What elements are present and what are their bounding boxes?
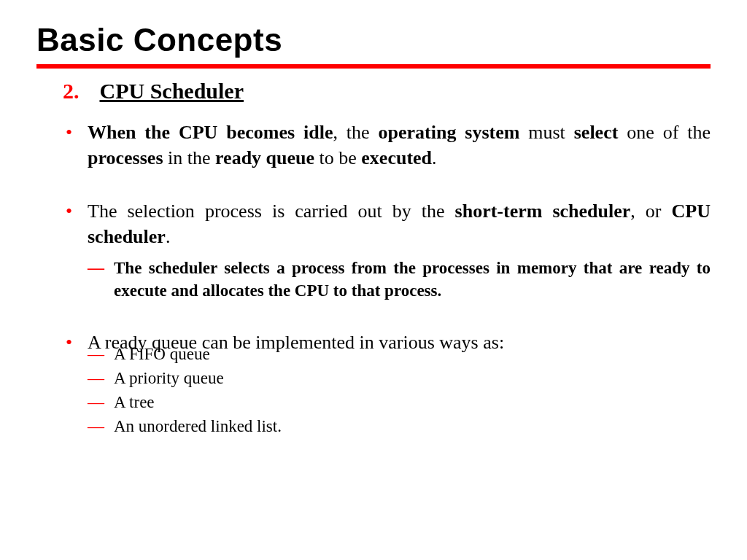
bullet-item-2: The selection process is carried out by … [63,198,711,249]
sub-list-2: A FIFO queue A priority queue A tree An … [88,343,711,438]
sub-item-priority: A priority queue [88,367,711,389]
bullet-item-1: When the CPU becomes idle, the operating… [63,120,711,171]
sub-item-fifo: A FIFO queue [88,343,711,365]
section-heading: CPU Scheduler [100,79,244,104]
sub-item-tree: A tree [88,391,711,413]
slide-title: Basic Concepts [36,22,711,64]
sub-list-1: The scheduler selects a process from the… [88,257,711,302]
section-heading-row: 2. CPU Scheduler [63,79,711,104]
sub-item-unordered: An unordered linked list. [88,415,711,438]
bullet-list: When the CPU becomes idle, the operating… [63,120,711,249]
horizontal-rule [36,64,711,69]
section-number: 2. [63,79,80,104]
sub-item-scheduler-desc: The scheduler selects a process from the… [88,257,711,302]
